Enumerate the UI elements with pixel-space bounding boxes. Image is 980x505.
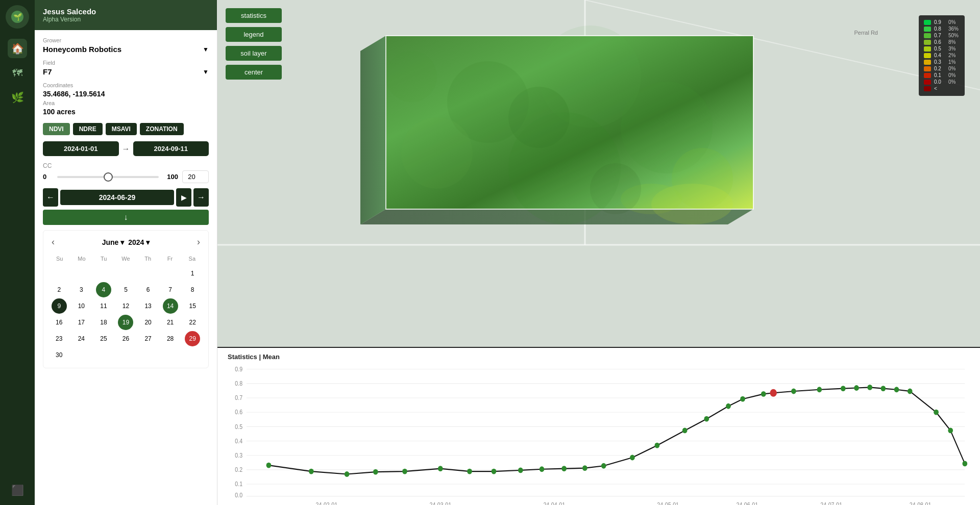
legend-pct-09: 0% — [948, 19, 955, 25]
svg-point-55 — [682, 428, 688, 434]
calendar-day-24[interactable]: 24 — [74, 331, 89, 346]
legend-val-02: 0.2 — [934, 66, 945, 71]
legend-color-07 — [924, 33, 931, 38]
svg-point-69 — [934, 410, 939, 415]
calendar-day-3[interactable]: 3 — [74, 282, 89, 297]
svg-point-61 — [791, 389, 796, 394]
calendar-day-12[interactable]: 12 — [118, 298, 133, 314]
cc-number-input[interactable] — [182, 170, 209, 183]
calendar-day-25[interactable]: 25 — [96, 331, 111, 346]
calendar-day-27[interactable]: 27 — [140, 331, 156, 346]
legend-entry-07: 0.7 50% — [924, 33, 960, 38]
expand-bar[interactable]: ↓ — [43, 210, 209, 225]
calendar-next-button[interactable]: › — [194, 236, 203, 248]
coordinates-value: 35.4686, -119.5614 — [43, 90, 209, 98]
svg-point-41 — [309, 469, 314, 474]
calendar-header: ‹ June ▾ 2024 ▾ › — [48, 236, 203, 248]
svg-point-48 — [518, 468, 523, 473]
nav-home[interactable]: 🏠 — [8, 39, 27, 58]
svg-text:0.3: 0.3 — [235, 452, 242, 459]
calendar-day-28[interactable]: 28 — [163, 331, 178, 346]
calendar-empty-5 — [163, 266, 178, 281]
legend-val-07: 0.7 — [934, 33, 945, 38]
calendar-day-2[interactable]: 2 — [52, 282, 67, 297]
calendar-day-7[interactable]: 7 — [163, 282, 178, 297]
svg-point-44 — [402, 469, 407, 474]
msavi-button[interactable]: MSAVI — [106, 123, 137, 135]
calendar-day-15[interactable]: 15 — [185, 298, 200, 314]
ndre-button[interactable]: NDRE — [73, 123, 103, 135]
calendar-day-20[interactable]: 20 — [140, 315, 156, 330]
date-next-button[interactable]: → — [193, 188, 209, 207]
svg-point-52 — [601, 463, 606, 469]
svg-point-70 — [948, 428, 953, 434]
calendar-empty-2 — [96, 266, 111, 281]
svg-point-14 — [386, 51, 437, 102]
calendar-day-5[interactable]: 5 — [118, 282, 133, 297]
calendar-day-10[interactable]: 10 — [74, 298, 89, 314]
calendar-year[interactable]: 2024 ▾ — [128, 238, 150, 246]
calendar-day-17[interactable]: 17 — [74, 315, 89, 330]
calendar-day-6[interactable]: 6 — [140, 282, 156, 297]
legend-val-03: 0.3 — [934, 59, 945, 65]
cc-slider-thumb[interactable] — [104, 172, 113, 182]
calendar-day-11[interactable]: 11 — [96, 298, 111, 314]
panel-body: Grower Honeycomb Robotics ▼ Field F7 ▼ C… — [35, 30, 217, 505]
calendar-day-29[interactable]: 29 — [185, 331, 200, 346]
side-panel: Jesus Salcedo Alpha Version Grower Honey… — [35, 0, 217, 505]
svg-point-66 — [881, 386, 886, 391]
nav-logout[interactable]: ⬛ — [8, 481, 27, 500]
field-chevron: ▼ — [203, 68, 209, 75]
date-start[interactable]: 2024-01-01 — [43, 141, 119, 156]
calendar-day-21[interactable]: 21 — [163, 315, 178, 330]
grower-chevron: ▼ — [203, 46, 209, 53]
calendar-prev-button[interactable]: ‹ — [48, 236, 58, 248]
calendar-day-19[interactable]: 19 — [118, 315, 133, 330]
calendar-day-9[interactable]: 9 — [52, 298, 67, 314]
date-play-button[interactable]: ▶ — [176, 188, 191, 207]
calendar-day-8[interactable]: 8 — [185, 282, 200, 297]
calendar-day-16[interactable]: 16 — [52, 315, 67, 330]
calendar-day-4[interactable]: 4 — [96, 282, 111, 297]
legend-color-05 — [924, 46, 931, 52]
calendar-day-26[interactable]: 26 — [118, 331, 133, 346]
legend-pct-08: 36% — [948, 26, 959, 32]
weekday-fr: Fr — [159, 254, 181, 264]
legend-val-08: 0.8 — [934, 26, 945, 32]
stats-title: Statistics | Mean — [228, 353, 970, 361]
legend-entry-02: 0.2 0% — [924, 66, 960, 71]
nav-map[interactable]: 🗺 — [8, 63, 27, 83]
legend-box: 0.9 0% 0.8 36% 0.7 50% 0.6 8% — [919, 15, 965, 96]
calendar-title: June ▾ 2024 ▾ — [102, 238, 150, 246]
user-header: Jesus Salcedo Alpha Version — [35, 0, 217, 30]
calendar-day-1[interactable]: 1 — [185, 266, 200, 281]
svg-text:0.4: 0.4 — [235, 438, 242, 444]
calendar-days: 1234567891011121314151617181920212223242… — [48, 266, 203, 363]
date-prev-button[interactable]: ← — [43, 188, 58, 207]
legend-button[interactable]: legend — [226, 27, 282, 42]
road-label: Perral Rd — [854, 30, 878, 36]
svg-point-45 — [438, 466, 443, 471]
map-container[interactable]: statistics legend soil layer center Perr… — [217, 0, 980, 347]
ndvi-button[interactable]: NDVI — [43, 123, 70, 135]
grower-select[interactable]: Honeycomb Robotics ▼ — [43, 45, 209, 54]
field-select[interactable]: F7 ▼ — [43, 67, 209, 76]
calendar-month[interactable]: June ▾ — [102, 238, 125, 246]
calendar-day-22[interactable]: 22 — [185, 315, 200, 330]
date-end[interactable]: 2024-09-11 — [133, 141, 209, 156]
zonation-button[interactable]: ZONATION — [140, 123, 184, 135]
statistics-button[interactable]: statistics — [226, 8, 282, 23]
center-button[interactable]: center — [226, 65, 282, 80]
calendar-day-23[interactable]: 23 — [52, 331, 67, 346]
soil-layer-button[interactable]: soil layer — [226, 46, 282, 61]
calendar-weekdays: Su Mo Tu We Th Fr Sa — [48, 254, 203, 264]
legend-entry-05: 0.5 3% — [924, 46, 960, 52]
calendar-day-18[interactable]: 18 — [96, 315, 111, 330]
calendar-day-30[interactable]: 30 — [52, 347, 67, 363]
legend-entry-06: 0.6 8% — [924, 39, 960, 45]
calendar-day-13[interactable]: 13 — [140, 298, 156, 314]
legend-val-00: 0.0 — [934, 79, 945, 85]
svg-point-65 — [867, 385, 872, 390]
nav-leaf[interactable]: 🌿 — [8, 88, 27, 107]
calendar-day-14[interactable]: 14 — [163, 298, 178, 314]
